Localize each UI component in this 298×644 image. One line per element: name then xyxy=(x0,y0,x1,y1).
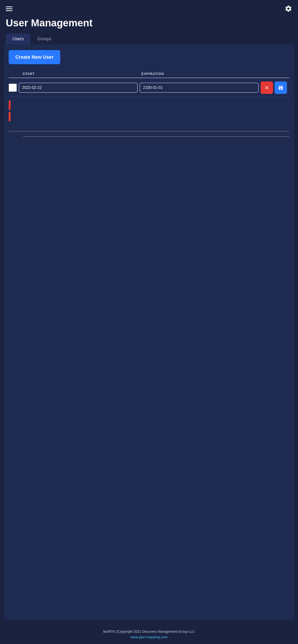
col-header-checkbox xyxy=(9,72,21,76)
footer-brand: fastRTK (C)opyright 2021 Discovery Manag… xyxy=(6,630,292,634)
footer-link[interactable]: www.gps-mapping.com xyxy=(130,635,168,639)
footer-copyright: (C)opyright 2021 Discovery Management Gr… xyxy=(115,630,195,634)
main-content-panel: Create New User START EXPIRATION xyxy=(4,44,294,620)
create-new-user-button[interactable]: Create New User xyxy=(9,50,60,64)
divider-line-2 xyxy=(23,136,289,137)
row-checkbox[interactable] xyxy=(9,84,17,92)
save-icon xyxy=(278,85,283,90)
tab-groups[interactable]: Groups xyxy=(31,34,58,44)
x-icon xyxy=(264,85,269,90)
col-header-start: START xyxy=(21,72,139,76)
col-header-expiration: EXPIRATION xyxy=(139,72,258,76)
error-indicators xyxy=(9,100,289,122)
page-title: User Management xyxy=(0,15,298,34)
save-row-button[interactable] xyxy=(274,82,287,94)
col-header-actions xyxy=(258,72,289,76)
start-date-input[interactable] xyxy=(19,83,138,93)
row-actions xyxy=(261,82,289,94)
error-bar-2 xyxy=(9,112,11,122)
app-header xyxy=(0,0,298,15)
tabs-bar: Users Groups xyxy=(0,34,298,44)
error-bar-1 xyxy=(9,100,11,110)
brand-normal: RTK xyxy=(109,630,115,634)
table-header: START EXPIRATION xyxy=(9,70,289,78)
table-row xyxy=(9,79,289,96)
footer: fastRTK (C)opyright 2021 Discovery Manag… xyxy=(0,620,298,644)
tab-users[interactable]: Users xyxy=(6,34,31,44)
divider-line-1 xyxy=(9,131,289,132)
expiration-date-input[interactable] xyxy=(140,83,259,93)
brand-italic: fast xyxy=(103,630,109,634)
menu-button[interactable] xyxy=(6,6,13,11)
settings-icon[interactable] xyxy=(284,5,292,12)
cancel-row-button[interactable] xyxy=(261,82,273,94)
